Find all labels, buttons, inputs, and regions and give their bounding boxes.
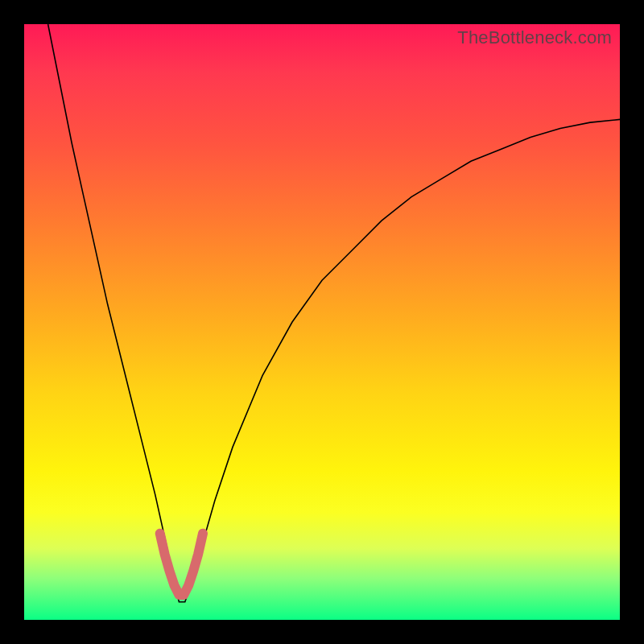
curve-svg [24, 24, 620, 620]
chart-container: TheBottleneck.com [0, 0, 644, 644]
bottleneck-trough-highlight [160, 534, 203, 595]
bottleneck-curve [48, 24, 620, 602]
plot-area: TheBottleneck.com [24, 24, 620, 620]
